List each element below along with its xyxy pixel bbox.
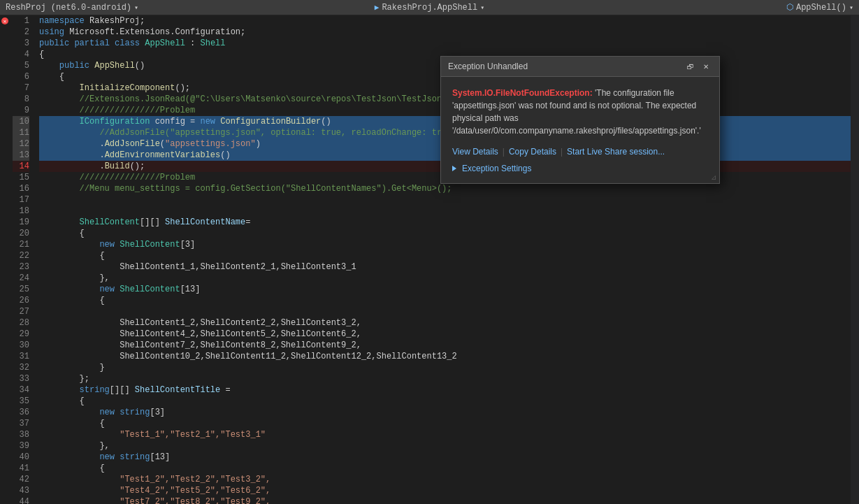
- chevron-right-icon: [452, 166, 456, 171]
- editor-container: ✕ 12345678910111213141516171819202122232…: [0, 15, 859, 504]
- code-line-2: using Microsoft.Extensions.Configuration…: [39, 27, 851, 38]
- code-line-38: "Test1_1","Test2_1","Test3_1": [39, 429, 851, 440]
- exception-links: View Details | Copy Details | Start Live…: [452, 147, 708, 157]
- right-dropdown-arrow[interactable]: ▾: [849, 3, 853, 12]
- resize-handle[interactable]: ⊿: [711, 173, 716, 182]
- exception-title-bar: Exception Unhandled 🗗 ✕: [441, 57, 719, 77]
- code-line-22: {: [39, 250, 851, 261]
- code-line-26: {: [39, 295, 851, 306]
- code-line-27: [39, 306, 851, 317]
- copy-details-link[interactable]: Copy Details: [509, 147, 556, 157]
- code-line-21: new ShellContent[3]: [39, 239, 851, 250]
- code-line-3: public partial class AppShell : Shell: [39, 38, 851, 49]
- code-line-17: [39, 194, 851, 206]
- code-line-24: },: [39, 273, 851, 284]
- code-line-1: namespace RakeshProj;: [39, 15, 851, 27]
- code-line-42: "Test1_2","Test2_2","Test3_2",: [39, 474, 851, 485]
- right-tab-icon: ⬡: [786, 2, 793, 13]
- code-line-28: ShellContent1_2,ShellContent2_2,ShellCon…: [39, 317, 851, 329]
- separator-1: |: [503, 147, 505, 157]
- scrollbar[interactable]: [851, 15, 859, 504]
- title-bar: ReshProj (net6.0-android) ▾ ▶ RakeshProj…: [0, 0, 859, 15]
- separator-2: |: [561, 147, 563, 157]
- project-dropdown-arrow[interactable]: ▾: [134, 3, 138, 12]
- exception-controls: 🗗 ✕: [684, 61, 712, 72]
- view-details-link[interactable]: View Details: [452, 147, 498, 157]
- code-line-33: };: [39, 373, 851, 384]
- code-line-19: ShellContent[][] ShellContentName=: [39, 217, 851, 228]
- code-line-23: ShellContent1_1,ShellContent2_1,ShellCon…: [39, 261, 851, 273]
- right-tab-label[interactable]: AppShell(): [796, 3, 846, 13]
- exception-text: System.IO.FileNotFoundException: 'The co…: [452, 87, 708, 137]
- code-line-18: [39, 206, 851, 217]
- exception-dialog: Exception Unhandled 🗗 ✕ System.IO.FileNo…: [440, 56, 720, 184]
- exception-body: System.IO.FileNotFoundException: 'The co…: [441, 77, 719, 183]
- code-line-31: ShellContent10_2,ShellContent11_2,ShellC…: [39, 351, 851, 362]
- restore-button[interactable]: 🗗: [684, 61, 697, 72]
- code-line-34: string[][] ShellContentTitle =: [39, 384, 851, 396]
- exception-type: System.IO.FileNotFoundException:: [452, 88, 593, 98]
- code-line-44: "Test7_2","Test8_2","Test9_2",: [39, 496, 851, 504]
- line-numbers: 1234567891011121314151617181920212223242…: [13, 15, 34, 504]
- live-share-link[interactable]: Start Live Share session...: [567, 147, 665, 157]
- code-line-43: "Test4_2","Test5_2","Test6_2",: [39, 485, 851, 496]
- close-button[interactable]: ✕: [700, 61, 712, 72]
- code-line-16: //Menu menu_settings = config.GetSection…: [39, 183, 851, 194]
- code-line-30: ShellContent7_2,ShellContent8_2,ShellCon…: [39, 340, 851, 351]
- center-tab-section: ▶ RakeshProj.AppShell ▾: [290, 3, 569, 13]
- breakpoint-column: ✕: [0, 15, 13, 504]
- code-line-37: {: [39, 418, 851, 429]
- center-tab-label[interactable]: RakeshProj.AppShell: [382, 3, 477, 13]
- exception-title: Exception Unhandled: [448, 62, 528, 71]
- code-line-39: },: [39, 440, 851, 452]
- code-line-35: {: [39, 396, 851, 407]
- project-label: ReshProj (net6.0-android): [6, 3, 131, 13]
- code-line-32: }: [39, 362, 851, 373]
- code-line-29: ShellContent4_2,ShellContent5_2,ShellCon…: [39, 329, 851, 340]
- code-line-41: {: [39, 463, 851, 474]
- project-section: ReshProj (net6.0-android) ▾: [6, 3, 284, 13]
- code-line-25: new ShellContent[13]: [39, 284, 851, 295]
- right-tab-section: ⬡ AppShell() ▾: [575, 2, 853, 13]
- exception-settings-label: Exception Settings: [462, 164, 531, 173]
- code-line-40: new string[13]: [39, 452, 851, 463]
- code-line-36: new string[3]: [39, 407, 851, 418]
- code-line-20: {: [39, 228, 851, 239]
- center-tab-icon: ▶: [375, 3, 380, 12]
- exception-settings-row[interactable]: Exception Settings: [452, 164, 708, 176]
- center-dropdown-arrow[interactable]: ▾: [480, 3, 484, 12]
